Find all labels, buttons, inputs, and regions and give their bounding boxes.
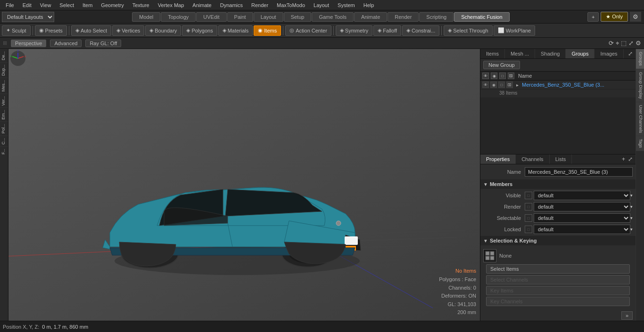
- menu-texture[interactable]: Texture: [129, 1, 153, 9]
- visible-checkbox[interactable]: □: [525, 192, 532, 199]
- prop-tab-channels[interactable]: Channels: [516, 154, 549, 164]
- menu-item[interactable]: Item: [79, 1, 96, 9]
- vp-ray-gl-btn[interactable]: Ray GL: Off: [85, 40, 121, 47]
- tab-schematic-fusion[interactable]: Schematic Fusion: [454, 12, 509, 22]
- sidebar-item-de[interactable]: De...: [0, 49, 8, 62]
- group-box-icon[interactable]: □: [498, 81, 505, 88]
- rp-expand-btn[interactable]: ⤢: [627, 49, 634, 58]
- vp-zoom-fit-icon[interactable]: ⌖: [616, 40, 619, 47]
- menu-render[interactable]: Render: [248, 1, 272, 9]
- menu-maxtomodo[interactable]: MaxToModo: [273, 1, 309, 9]
- rst-user-channels[interactable]: User Channels: [636, 102, 644, 137]
- selectable-checkbox[interactable]: □: [525, 214, 532, 222]
- sel-keying-icon[interactable]: [483, 249, 496, 262]
- rp-tab-items[interactable]: Items: [480, 49, 505, 58]
- sidebar-item-dup[interactable]: Dup...: [0, 62, 8, 78]
- rp-tab-images[interactable]: Images: [594, 49, 623, 58]
- menu-layout[interactable]: Layout: [310, 1, 333, 9]
- add-layout-btn[interactable]: +: [587, 12, 599, 22]
- render-checkbox[interactable]: □: [525, 203, 532, 211]
- sidebar-item-em[interactable]: Em...: [0, 107, 8, 121]
- vp-frame-icon[interactable]: ⬚: [621, 40, 627, 47]
- expand-btn[interactable]: »: [621, 311, 633, 320]
- sculpt-btn[interactable]: ✦ Sculpt: [2, 25, 31, 36]
- render-select[interactable]: default: [534, 202, 630, 211]
- prop-tab-properties[interactable]: Properties: [480, 154, 516, 164]
- rst-groups[interactable]: Groups: [636, 49, 644, 69]
- glh-lock-icon[interactable]: □: [499, 73, 506, 79]
- members-section-header[interactable]: ▼ Members: [480, 179, 636, 189]
- menu-vertex-map[interactable]: Vertex Map: [154, 1, 188, 9]
- glh-render-icon[interactable]: ◉: [491, 73, 497, 79]
- sidebar-item-mes[interactable]: Mes...: [0, 78, 8, 94]
- vp-advanced-btn[interactable]: Advanced: [50, 40, 82, 47]
- boundary-btn[interactable]: ◈ Boundary: [145, 25, 181, 36]
- symmetry-btn[interactable]: ◈ Symmetry: [336, 25, 373, 36]
- tab-render[interactable]: Render: [388, 12, 419, 22]
- menu-edit[interactable]: Edit: [19, 1, 35, 9]
- sidebar-item-ver[interactable]: Ver...: [0, 94, 8, 108]
- menu-help[interactable]: Help: [360, 1, 378, 9]
- selectable-select[interactable]: default: [534, 213, 630, 223]
- locked-select[interactable]: default: [534, 225, 630, 234]
- rp-tab-groups[interactable]: Groups: [566, 49, 594, 58]
- materials-btn[interactable]: ◈ Materials: [218, 25, 253, 36]
- menu-select[interactable]: Select: [56, 1, 78, 9]
- rst-group-display[interactable]: Group Display: [636, 69, 644, 102]
- polygons-btn[interactable]: ◈ Polygons: [182, 25, 217, 36]
- tab-topology[interactable]: Topology: [161, 12, 196, 22]
- group-eye-icon[interactable]: 👁: [482, 81, 489, 88]
- select-items-btn[interactable]: Select Items: [486, 264, 630, 274]
- tab-uvedit[interactable]: UVEdit: [196, 12, 226, 22]
- falloff-btn[interactable]: ◈ Falloff: [373, 25, 401, 36]
- workplane-btn[interactable]: ⬜ WorkPlane: [494, 25, 536, 36]
- menu-animate[interactable]: Animate: [189, 1, 215, 9]
- prop-settings-icon[interactable]: ⤢: [627, 155, 634, 163]
- action-center-btn[interactable]: ◎ Action Center: [285, 25, 331, 36]
- menu-geometry[interactable]: Geometry: [97, 1, 127, 9]
- glh-eye-icon[interactable]: 👁: [482, 73, 489, 79]
- auto-select-btn[interactable]: ◈ Auto Select: [71, 25, 111, 36]
- sidebar-item-c[interactable]: C...: [0, 136, 8, 146]
- rp-tab-shading[interactable]: Shading: [535, 49, 566, 58]
- name-input[interactable]: [525, 167, 633, 177]
- vp-settings-icon[interactable]: ⚙: [636, 40, 641, 47]
- sidebar-item-f[interactable]: F...: [0, 146, 8, 156]
- star-only-btn[interactable]: ★ Only: [601, 12, 628, 22]
- group-item-name[interactable]: Mercedes_Benz_350_SE_Blue (3...: [522, 82, 634, 88]
- menu-file[interactable]: File: [2, 1, 18, 9]
- group-key-icon[interactable]: ⚿: [506, 81, 513, 88]
- select-through-btn[interactable]: ◈ Select Through: [444, 25, 492, 36]
- viewport[interactable]: No Items Polygons : Face Channels: 0 Def…: [8, 49, 480, 321]
- presets-btn[interactable]: ◉ Presets: [35, 25, 67, 36]
- prop-tab-lists[interactable]: Lists: [550, 154, 572, 164]
- sidebar-item-pol[interactable]: Pol...: [0, 121, 8, 136]
- menu-dynamics[interactable]: Dynamics: [216, 1, 247, 9]
- key-channels-btn[interactable]: Key Channels: [486, 297, 630, 306]
- prop-expand-icon[interactable]: +: [621, 155, 626, 163]
- layout-dropdown[interactable]: Default Layouts: [2, 12, 54, 22]
- rp-tab-mesh[interactable]: Mesh ...: [505, 49, 535, 58]
- vertices-btn[interactable]: ◈ Vertices: [112, 25, 144, 36]
- glh-key-icon[interactable]: ⚿: [508, 73, 514, 79]
- vp-perspective-btn[interactable]: Perspective: [11, 40, 46, 47]
- visible-select[interactable]: default: [534, 191, 630, 200]
- vp-maximize-icon[interactable]: ⤢: [628, 40, 634, 47]
- select-channels-btn[interactable]: Select Channels: [486, 275, 630, 284]
- new-group-btn[interactable]: New Group: [483, 61, 520, 69]
- locked-checkbox[interactable]: □: [525, 226, 532, 233]
- tab-game-tools[interactable]: Game Tools: [312, 12, 354, 22]
- key-items-btn[interactable]: Key Items: [486, 286, 630, 295]
- items-btn[interactable]: ◉ Items: [254, 25, 281, 36]
- menu-system[interactable]: System: [334, 1, 359, 9]
- group-render-icon[interactable]: ◉: [490, 81, 497, 88]
- tab-model[interactable]: Model: [132, 12, 160, 22]
- tab-layout[interactable]: Layout: [254, 12, 283, 22]
- rst-tags[interactable]: Tags: [636, 136, 644, 151]
- menu-view[interactable]: View: [36, 1, 55, 9]
- tab-paint[interactable]: Paint: [227, 12, 253, 22]
- tab-setup[interactable]: Setup: [284, 12, 312, 22]
- sel-keying-section-header[interactable]: ▼ Selection & Keying: [480, 236, 636, 245]
- group-list-item[interactable]: 👁 ◉ □ ⚿ ▸ Mercedes_Benz_350_SE_Blue (3..…: [480, 81, 636, 89]
- tab-scripting[interactable]: Scripting: [419, 12, 454, 22]
